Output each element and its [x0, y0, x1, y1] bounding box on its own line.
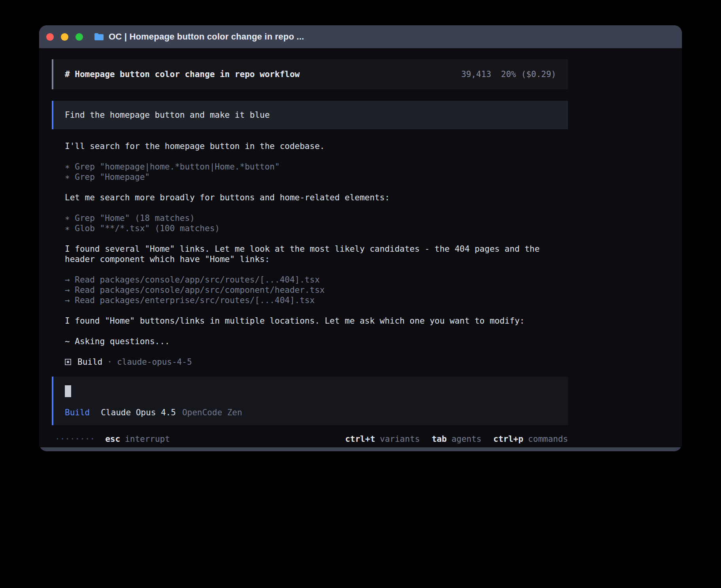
assistant-message: I found several "Home" links. Let me loo… [65, 244, 555, 264]
tool-call-group: ∗ Grep "homepage|home.*button|Home.*butt… [65, 162, 558, 182]
zoom-button[interactable] [75, 33, 83, 41]
session-cost: ($0.29) [521, 70, 556, 79]
folder-icon [94, 33, 104, 41]
shortcut-key: ctrl+p [493, 434, 523, 444]
text-cursor [65, 385, 71, 397]
assistant-message: I found "Home" buttons/links in multiple… [65, 316, 555, 326]
agent-status-row: Build · claude-opus-4-5 [65, 357, 558, 367]
agent-mode-label[interactable]: Build [65, 408, 90, 417]
tool-call-read: → Read packages/enterprise/src/routes/[.… [65, 295, 558, 305]
context-percent: 20% [501, 70, 516, 79]
shortcut-key: esc [105, 434, 120, 444]
tool-call-glob: ∗ Glob "**/*.tsx" (100 matches) [65, 223, 558, 234]
transcript: I'll search for the homepage button in t… [52, 141, 558, 367]
model-name[interactable]: Claude Opus 4.5 [101, 408, 176, 417]
model-row: Build Claude Opus 4.5 OpenCode Zen [65, 408, 557, 417]
session-stats: 39,41320%($0.29) [461, 70, 556, 79]
tool-call-read: → Read packages/console/app/src/componen… [65, 285, 558, 295]
shortcut-agents: tabagents [432, 434, 481, 444]
shortcut-label: interrupt [125, 434, 170, 444]
shortcut-interrupt: escinterrupt [105, 434, 170, 444]
status-bar: ········ escinterrupt ctrl+tvariants tab… [52, 434, 568, 444]
assistant-status: ~ Asking questions... [65, 336, 555, 347]
close-button[interactable] [46, 33, 54, 41]
shortcut-variants: ctrl+tvariants [345, 434, 420, 444]
window-title: OC | Homepage button color change in rep… [109, 32, 304, 42]
agent-separator: · [107, 357, 112, 367]
agent-name: Build [77, 357, 102, 367]
shortcut-commands: ctrl+pcommands [493, 434, 568, 444]
activity-dots: ········ [55, 434, 95, 444]
model-provider: OpenCode Zen [182, 408, 242, 417]
prompt-input[interactable]: Build Claude Opus 4.5 OpenCode Zen [52, 377, 568, 425]
tool-call-grep: ∗ Grep "homepage|home.*button|Home.*butt… [65, 162, 558, 172]
assistant-message: I'll search for the homepage button in t… [65, 141, 555, 151]
shortcut-hints: ctrl+tvariants tabagents ctrl+pcommands [333, 434, 568, 444]
status-bar-left: ········ escinterrupt [55, 434, 170, 444]
minimize-button[interactable] [61, 33, 68, 41]
agent-model: claude-opus-4-5 [117, 357, 192, 367]
terminal-body: # Homepage button color change in repo w… [39, 48, 682, 447]
assistant-message: Let me search more broadly for buttons a… [65, 192, 555, 203]
titlebar: OC | Homepage button color change in rep… [39, 25, 682, 48]
user-message-text: Find the homepage button and make it blu… [65, 110, 270, 120]
traffic-lights [46, 33, 83, 41]
tool-call-group: ∗ Grep "Home" (18 matches) ∗ Glob "**/*.… [65, 213, 558, 234]
tool-call-grep: ∗ Grep "Home" (18 matches) [65, 213, 558, 223]
shortcut-key: ctrl+t [345, 434, 375, 444]
tool-call-grep: ∗ Grep "Homepage" [65, 172, 558, 182]
session-title: # Homepage button color change in repo w… [65, 70, 300, 79]
shortcut-label: commands [528, 434, 568, 444]
shortcut-key: tab [432, 434, 447, 444]
session-header: # Homepage button color change in repo w… [52, 59, 568, 89]
shortcut-label: agents [451, 434, 481, 444]
terminal-window: OC | Homepage button color change in rep… [39, 25, 682, 451]
agent-build-icon [65, 359, 71, 365]
shortcut-label: variants [380, 434, 420, 444]
user-message: Find the homepage button and make it blu… [52, 101, 568, 129]
tool-call-group: → Read packages/console/app/src/routes/[… [65, 275, 558, 305]
tool-call-read: → Read packages/console/app/src/routes/[… [65, 275, 558, 285]
token-count: 39,413 [461, 70, 491, 79]
